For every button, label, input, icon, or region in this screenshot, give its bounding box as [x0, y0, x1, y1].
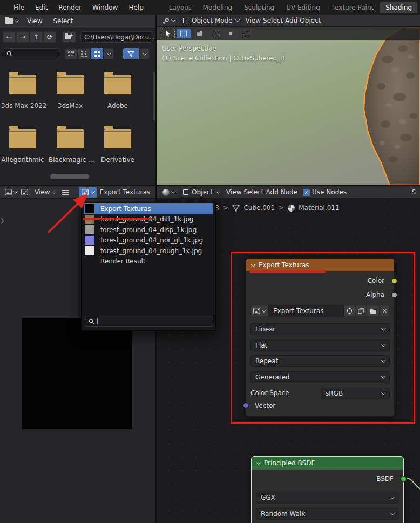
- image-name-field[interactable]: Export Texturas: [268, 305, 344, 317]
- color-space-select[interactable]: sRGB: [321, 388, 390, 399]
- new-folder-button[interactable]: +: [62, 31, 76, 43]
- horizontal-list-icon[interactable]: [78, 48, 90, 59]
- source-select[interactable]: Generated: [250, 371, 390, 383]
- unlink-image-button[interactable]: ×: [380, 305, 390, 317]
- folder-item[interactable]: 3dsMax: [49, 72, 92, 110]
- image-preview-canvas[interactable]: [22, 318, 132, 429]
- fake-user-button[interactable]: [344, 305, 355, 317]
- path-field[interactable]: C:\Users\Hogar\Docu...: [80, 31, 152, 43]
- display-settings-dropdown[interactable]: [104, 48, 114, 59]
- select-extend-icon[interactable]: [192, 29, 206, 38]
- vp-menu-select[interactable]: Select: [263, 17, 283, 24]
- folder-item[interactable]: 3ds Max 2022: [1, 72, 44, 110]
- browse-image-button[interactable]: [250, 305, 268, 317]
- se-menu-add[interactable]: Add: [266, 188, 279, 196]
- select-intersect-icon[interactable]: [223, 29, 238, 38]
- output-color-socket[interactable]: [391, 278, 397, 284]
- menu-file[interactable]: File: [9, 2, 29, 13]
- folder-item[interactable]: Blackmagic ...: [49, 126, 92, 164]
- filter-button[interactable]: [123, 48, 139, 59]
- open-image-button[interactable]: [367, 305, 380, 317]
- forward-button[interactable]: →: [16, 31, 29, 43]
- fb-vertical-scrollbar[interactable]: [153, 72, 155, 120]
- dropdown-item[interactable]: Export Texturas: [84, 203, 213, 214]
- projection-select[interactable]: Flat: [250, 339, 390, 351]
- dropdown-item[interactable]: forest_ground_04_nor_gl_1k.jpg: [84, 235, 213, 246]
- collapsed-menus-icon[interactable]: [62, 190, 69, 195]
- vp-menu-view[interactable]: View: [246, 17, 261, 24]
- interpolation-select[interactable]: Linear: [250, 323, 390, 335]
- mode-selector[interactable]: Object Mode: [179, 16, 243, 26]
- fb-menu-view[interactable]: View: [23, 16, 46, 26]
- dropdown-item[interactable]: forest_ground_04_diff_1k.jpg: [84, 214, 213, 225]
- select-subtract-icon[interactable]: [208, 29, 222, 38]
- node-header[interactable]: Principled BSDF: [252, 457, 403, 470]
- output-bsdf-socket[interactable]: [401, 476, 407, 482]
- subsurface-method-select[interactable]: Random Walk: [256, 508, 399, 520]
- sidebar-toggle-icon[interactable]: ❯: [157, 64, 161, 70]
- scene-object-sphere[interactable]: [350, 27, 420, 185]
- slot-label-clipped[interactable]: S: [411, 188, 416, 196]
- menu-edit[interactable]: Edit: [30, 2, 52, 13]
- input-vector-socket[interactable]: [243, 403, 249, 409]
- image-icon[interactable]: [21, 189, 28, 195]
- image-texture-node[interactable]: Export Texturas Color Alpha Export Textu…: [246, 258, 395, 417]
- folder-item[interactable]: Derivative: [96, 126, 139, 164]
- tab-uv-editing[interactable]: UV Editing: [281, 2, 326, 13]
- output-alpha-socket[interactable]: [391, 292, 397, 298]
- back-button[interactable]: ←: [3, 31, 16, 43]
- menu-window[interactable]: Window: [87, 2, 123, 13]
- folder-label: Derivative: [96, 156, 139, 164]
- se-menu-select[interactable]: Select: [243, 188, 263, 196]
- ie-menu-view[interactable]: View: [30, 187, 60, 198]
- breadcrumb-separator: >: [279, 204, 284, 212]
- extension-select[interactable]: Repeat: [250, 355, 390, 367]
- refresh-button[interactable]: ⟳: [43, 31, 56, 43]
- editor-type-selector[interactable]: [3, 17, 21, 25]
- fb-menu-select[interactable]: Select: [49, 16, 77, 26]
- duplicate-image-button[interactable]: [355, 305, 367, 317]
- principled-bsdf-node[interactable]: Principled BSDF BSDF GGX Random Walk: [251, 456, 404, 523]
- folder-item[interactable]: Allegorithmic: [1, 126, 44, 164]
- shader-type-selector[interactable]: Object: [179, 187, 224, 198]
- toolbar-toggle-icon[interactable]: ❯: [0, 218, 4, 223]
- node-header[interactable]: Export Texturas: [246, 259, 394, 271]
- distribution-select[interactable]: GGX: [256, 492, 399, 504]
- fb-scrollbar-thumb[interactable]: [50, 174, 89, 179]
- folder-item[interactable]: Adobe: [96, 72, 139, 110]
- editor-type-selector[interactable]: [161, 188, 177, 197]
- vertical-list-icon[interactable]: [65, 48, 77, 59]
- fb-search-input[interactable]: [3, 48, 59, 59]
- vp-menu-object[interactable]: Object: [300, 17, 321, 24]
- dropdown-item[interactable]: forest_ground_04_rough_1k.jpg: [84, 246, 213, 256]
- tab-texture-paint[interactable]: Texture Paint: [327, 2, 379, 13]
- menu-help[interactable]: Help: [124, 2, 148, 13]
- se-menu-view[interactable]: View: [226, 188, 241, 196]
- menu-render[interactable]: Render: [53, 2, 86, 13]
- tab-layout[interactable]: Layout: [164, 2, 197, 13]
- dropdown-search-input[interactable]: [85, 316, 213, 327]
- collapse-chevron-icon[interactable]: [256, 460, 261, 464]
- filter-settings-dropdown[interactable]: [139, 48, 150, 59]
- editor-type-selector[interactable]: [161, 16, 177, 25]
- node-title: Principled BSDF: [264, 459, 315, 467]
- thumbnail-grid-icon[interactable]: [91, 48, 103, 59]
- dropdown-item[interactable]: Render Result: [84, 256, 213, 267]
- 3d-viewport[interactable]: Object Mode View Select Add Object: [157, 15, 420, 185]
- use-nodes-checkbox[interactable]: ✓: [303, 189, 310, 196]
- select-difference-icon[interactable]: [239, 29, 253, 38]
- dropdown-item[interactable]: forest_ground_04_disp_1k.jpg: [84, 225, 213, 235]
- current-image-name[interactable]: Export Texturas: [99, 188, 150, 196]
- color-space-label: Color Space: [250, 389, 289, 397]
- vp-menu-add[interactable]: Add: [285, 17, 297, 24]
- se-menu-node[interactable]: Node: [281, 188, 297, 196]
- up-button[interactable]: ↑: [30, 31, 43, 43]
- tab-sculpting[interactable]: Sculpting: [239, 2, 280, 13]
- select-box-icon[interactable]: [177, 29, 191, 38]
- editor-type-selector[interactable]: [3, 188, 19, 196]
- collapse-chevron-icon[interactable]: [251, 262, 255, 266]
- tab-modeling[interactable]: Modeling: [198, 2, 238, 13]
- tweak-tool-icon[interactable]: [161, 29, 175, 38]
- tab-shading[interactable]: Shading: [380, 2, 417, 13]
- browse-image-button[interactable]: [79, 187, 97, 198]
